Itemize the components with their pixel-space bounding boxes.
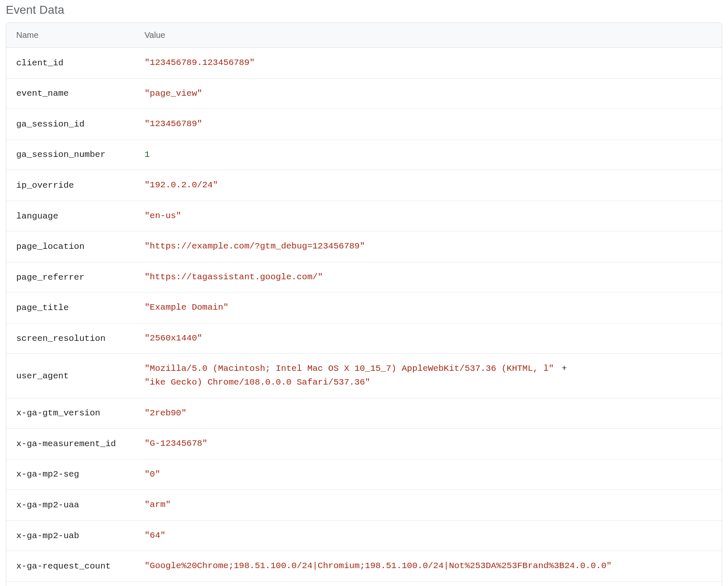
- table-row: page_title"Example Domain": [6, 293, 722, 323]
- cell-value: "page_view": [145, 87, 202, 101]
- table-row: client_id"123456789.123456789": [6, 48, 722, 79]
- cell-name: ip_override: [16, 181, 145, 190]
- cell-name: x-ga-mp2-seg: [16, 469, 145, 479]
- cell-value: "https://tagassistant.google.com/": [145, 271, 323, 284]
- cell-name: x-ga-gtm_version: [16, 408, 145, 418]
- table-row: ip_override"192.0.2.0/24": [6, 170, 722, 201]
- cell-value: "2560x1440": [145, 332, 202, 345]
- section-title: Event Data: [6, 3, 722, 17]
- table-row: page_referrer"https://tagassistant.googl…: [6, 262, 722, 293]
- column-header-name: Name: [16, 30, 145, 40]
- cell-name: page_referrer: [16, 273, 145, 282]
- table-row: ga_session_id"123456789": [6, 109, 722, 140]
- table-row: x-ga-gtm_version"2reb90": [6, 398, 722, 429]
- cell-value: "2reb90": [145, 407, 187, 420]
- cell-value: "123456789.123456789": [145, 56, 255, 70]
- table-row: language"en-us": [6, 201, 722, 232]
- cell-value: "192.0.2.0/24": [145, 179, 218, 192]
- cell-name: page_title: [16, 303, 145, 313]
- cell-name: client_id: [16, 58, 145, 68]
- table-row: x-ga-request_count"Google%20Chrome;198.5…: [6, 551, 722, 581]
- cell-value: "Google%20Chrome;198.51.100.0/24|Chromiu…: [145, 559, 612, 573]
- collapse-button[interactable]: [6, 581, 722, 586]
- cell-name: x-ga-mp2-uaa: [16, 500, 145, 510]
- table-row: page_location"https://example.com/?gtm_d…: [6, 231, 722, 262]
- cell-name: language: [16, 211, 145, 221]
- cell-value: "G-12345678": [145, 437, 207, 451]
- cell-value: "Mozilla/5.0 (Macintosh; Intel Mac OS X …: [145, 362, 569, 389]
- cell-name: ga_session_id: [16, 119, 145, 129]
- cell-name: x-ga-request_count: [16, 561, 145, 571]
- event-data-table: Name Value client_id"123456789.123456789…: [6, 22, 722, 586]
- cell-value: "arm": [145, 498, 171, 512]
- cell-name: page_location: [16, 242, 145, 251]
- cell-name: ga_session_number: [16, 150, 145, 159]
- table-row: x-ga-mp2-seg"0": [6, 459, 722, 490]
- cell-value: "Example Domain": [145, 301, 229, 315]
- cell-value: "en-us": [145, 209, 181, 223]
- cell-value: 1: [145, 148, 150, 162]
- cell-value: "https://example.com/?gtm_debug=12345678…: [145, 240, 365, 253]
- cell-value: "123456789": [145, 117, 202, 131]
- cell-value: "0": [145, 468, 160, 482]
- table-row: x-ga-mp2-uab"64": [6, 521, 722, 551]
- cell-value: "64": [145, 529, 165, 543]
- column-header-value: Value: [145, 30, 165, 40]
- table-header: Name Value: [6, 23, 722, 48]
- cell-name: event_name: [16, 89, 145, 98]
- table-row: x-ga-mp2-uaa"arm": [6, 490, 722, 521]
- table-row: screen_resolution"2560x1440": [6, 323, 722, 354]
- table-row: event_name"page_view": [6, 79, 722, 109]
- cell-name: screen_resolution: [16, 334, 145, 343]
- cell-name: x-ga-measurement_id: [16, 439, 145, 449]
- table-body: client_id"123456789.123456789"event_name…: [6, 48, 722, 581]
- table-row: user_agent"Mozilla/5.0 (Macintosh; Intel…: [6, 354, 722, 398]
- table-row: x-ga-measurement_id"G-12345678": [6, 429, 722, 459]
- cell-name: user_agent: [16, 371, 145, 381]
- table-row: ga_session_number1: [6, 140, 722, 171]
- cell-name: x-ga-mp2-uab: [16, 531, 145, 541]
